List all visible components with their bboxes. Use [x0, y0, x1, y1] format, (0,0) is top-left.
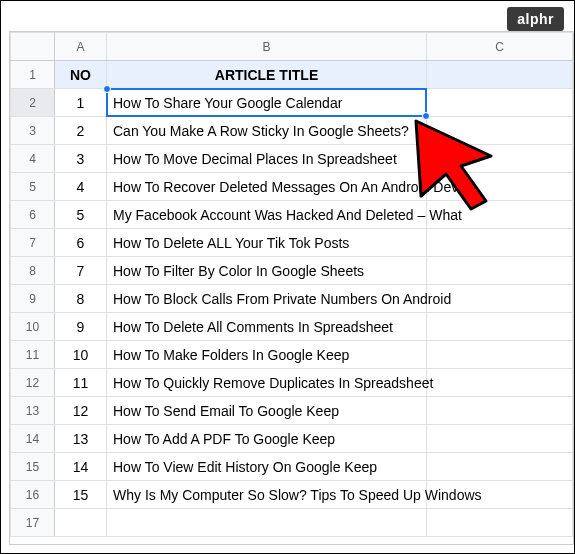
- cell[interactable]: 8: [55, 285, 107, 313]
- cell[interactable]: [427, 509, 573, 537]
- cell[interactable]: [427, 257, 573, 285]
- cell[interactable]: How To Quickly Remove Duplicates In Spre…: [107, 369, 427, 397]
- cell[interactable]: Why Is My Computer So Slow? Tips To Spee…: [107, 481, 427, 509]
- row-header[interactable]: 17: [11, 509, 55, 537]
- cell[interactable]: [427, 173, 573, 201]
- brand-logo: alphr: [507, 7, 564, 31]
- cell[interactable]: How To Filter By Color In Google Sheets: [107, 257, 427, 285]
- row-header[interactable]: 2: [11, 89, 55, 117]
- cell[interactable]: [427, 285, 573, 313]
- cell[interactable]: 3: [55, 145, 107, 173]
- cell[interactable]: How To Recover Deleted Messages On An An…: [107, 173, 427, 201]
- cell-b2-selected[interactable]: How To Share Your Google Calendar: [107, 89, 427, 117]
- cell[interactable]: [427, 369, 573, 397]
- cell[interactable]: 12: [55, 397, 107, 425]
- selection-handle-tl[interactable]: [103, 85, 111, 93]
- cell[interactable]: 7: [55, 257, 107, 285]
- cell[interactable]: 10: [55, 341, 107, 369]
- cell[interactable]: [427, 453, 573, 481]
- cell-c2[interactable]: [427, 89, 573, 117]
- cell[interactable]: [427, 481, 573, 509]
- row-header[interactable]: 9: [11, 285, 55, 313]
- cell[interactable]: [427, 145, 573, 173]
- cell[interactable]: 11: [55, 369, 107, 397]
- row-header[interactable]: 15: [11, 453, 55, 481]
- cell[interactable]: [55, 509, 107, 537]
- row-header[interactable]: 4: [11, 145, 55, 173]
- row-header[interactable]: 10: [11, 313, 55, 341]
- col-header-b[interactable]: B: [107, 33, 427, 61]
- cell[interactable]: [427, 397, 573, 425]
- cell[interactable]: How To Send Email To Google Keep: [107, 397, 427, 425]
- cell[interactable]: 4: [55, 173, 107, 201]
- cell-a2[interactable]: 1: [55, 89, 107, 117]
- cell[interactable]: How To View Edit History On Google Keep: [107, 453, 427, 481]
- cell[interactable]: [427, 117, 573, 145]
- cell[interactable]: How To Make Folders In Google Keep: [107, 341, 427, 369]
- selection-handle-br[interactable]: [422, 112, 430, 120]
- cell[interactable]: How To Move Decimal Places In Spreadshee…: [107, 145, 427, 173]
- cell[interactable]: My Facebook Account Was Hacked And Delet…: [107, 201, 427, 229]
- cell[interactable]: Can You Make A Row Sticky In Google Shee…: [107, 117, 427, 145]
- col-header-a[interactable]: A: [55, 33, 107, 61]
- cell[interactable]: 13: [55, 425, 107, 453]
- cell[interactable]: How To Delete ALL Your Tik Tok Posts: [107, 229, 427, 257]
- row-header[interactable]: 16: [11, 481, 55, 509]
- cell[interactable]: [427, 425, 573, 453]
- cell[interactable]: How To Delete All Comments In Spreadshee…: [107, 313, 427, 341]
- cell[interactable]: [427, 229, 573, 257]
- row-header[interactable]: 13: [11, 397, 55, 425]
- cell[interactable]: 15: [55, 481, 107, 509]
- cell[interactable]: 5: [55, 201, 107, 229]
- cell-b1[interactable]: ARTICLE TITLE: [107, 61, 427, 89]
- row-header[interactable]: 1: [11, 61, 55, 89]
- cell[interactable]: How To Block Calls From Private Numbers …: [107, 285, 427, 313]
- row-header[interactable]: 14: [11, 425, 55, 453]
- cell[interactable]: [427, 341, 573, 369]
- cell-a1[interactable]: NO: [55, 61, 107, 89]
- cell[interactable]: 6: [55, 229, 107, 257]
- cell[interactable]: 14: [55, 453, 107, 481]
- cell-c1[interactable]: [427, 61, 573, 89]
- cell[interactable]: 9: [55, 313, 107, 341]
- row-header[interactable]: 3: [11, 117, 55, 145]
- row-header[interactable]: 6: [11, 201, 55, 229]
- row-header[interactable]: 12: [11, 369, 55, 397]
- row-header[interactable]: 7: [11, 229, 55, 257]
- select-all-corner[interactable]: [11, 33, 55, 61]
- cell[interactable]: [427, 201, 573, 229]
- spreadsheet[interactable]: A B C 1 NO ARTICLE TITLE 2 1 How To Shar…: [9, 31, 574, 545]
- cell[interactable]: How To Add A PDF To Google Keep: [107, 425, 427, 453]
- cell[interactable]: [107, 509, 427, 537]
- row-header[interactable]: 11: [11, 341, 55, 369]
- cell[interactable]: 2: [55, 117, 107, 145]
- cell[interactable]: [427, 313, 573, 341]
- row-header[interactable]: 8: [11, 257, 55, 285]
- row-header[interactable]: 5: [11, 173, 55, 201]
- col-header-c[interactable]: C: [427, 33, 573, 61]
